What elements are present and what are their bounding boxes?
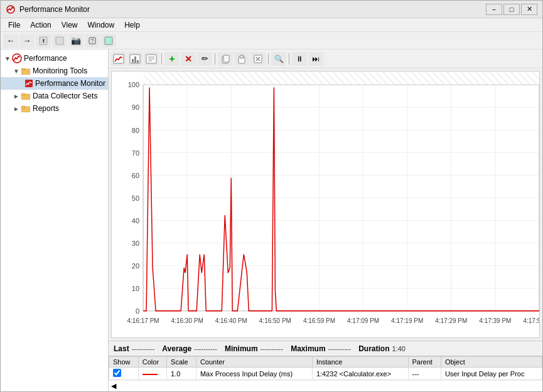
maximize-button[interactable]: □ <box>503 4 520 15</box>
menu-view[interactable]: View <box>56 19 83 31</box>
add-counter-button[interactable]: + <box>164 52 180 66</box>
svg-text:40: 40 <box>132 216 139 224</box>
svg-text:30: 30 <box>132 239 139 246</box>
stat-maximum: Maximum ---------- <box>291 344 351 353</box>
col-counter: Counter <box>196 357 312 368</box>
back-button[interactable]: ← <box>3 34 18 48</box>
dur-value: 1:40 <box>392 345 406 352</box>
svg-rect-32 <box>143 72 539 85</box>
view-report-button[interactable] <box>144 52 159 66</box>
toolbar2: + ✕ ✏ <box>109 50 542 68</box>
svg-text:4:17:39 PM: 4:17:39 PM <box>479 317 511 324</box>
max-label: Maximum <box>291 344 325 353</box>
main-window: Performance Monitor − □ ✕ File Action Vi… <box>0 0 543 392</box>
col-parent: Parent <box>408 357 441 368</box>
up-button[interactable]: ⬆ <box>36 34 51 48</box>
expand-monitoring-icon: ▼ <box>12 68 21 75</box>
edit-button[interactable]: ✏ <box>197 52 212 66</box>
menu-window[interactable]: Window <box>83 19 120 31</box>
clear-button[interactable] <box>250 52 266 66</box>
expand-dc-icon: ► <box>12 93 21 100</box>
cell-scale: 1.0 <box>167 368 196 380</box>
col-scale: Scale <box>167 357 196 368</box>
svg-text:?: ? <box>90 38 94 44</box>
svg-rect-12 <box>21 93 25 95</box>
folder-monitoring-icon <box>21 66 31 76</box>
svg-text:4:16:59 PM: 4:16:59 PM <box>303 317 335 324</box>
next-button[interactable]: ⏭ <box>308 52 323 66</box>
toolbar2-sep1 <box>161 53 162 65</box>
pause-button[interactable]: ⏸ <box>292 52 307 66</box>
svg-rect-27 <box>240 55 244 58</box>
folder-dc-icon <box>21 91 31 101</box>
settings-button[interactable] <box>101 34 116 48</box>
svg-text:4:16:40 PM: 4:16:40 PM <box>215 317 247 324</box>
tree-item-data-collector[interactable]: ► Data Collector Sets <box>1 90 108 102</box>
minimize-button[interactable]: − <box>486 4 502 15</box>
view-graph-button[interactable] <box>111 52 126 66</box>
svg-text:80: 80 <box>132 126 139 134</box>
folder-reports-icon <box>21 103 31 114</box>
copy-button[interactable] <box>218 52 233 66</box>
refresh-button[interactable]: ? <box>85 34 100 48</box>
title-bar: Performance Monitor − □ ✕ <box>1 1 542 18</box>
tree-item-performance-monitor[interactable]: Performance Monitor <box>1 77 108 90</box>
toolbar2-sep3 <box>268 53 269 65</box>
svg-rect-17 <box>132 59 134 63</box>
min-value: ---------- <box>261 345 284 352</box>
svg-text:60: 60 <box>132 171 139 179</box>
menu-help[interactable]: Help <box>119 19 145 31</box>
svg-text:4:16:17 PM: 4:16:17 PM <box>127 317 159 324</box>
menu-action[interactable]: Action <box>25 19 56 31</box>
window-controls: − □ ✕ <box>486 4 537 15</box>
toolbar1: ← → ⬆ 📷 ? <box>1 32 542 50</box>
counter-table-container: Show Color Scale Counter Instance Parent… <box>109 356 542 391</box>
svg-text:50: 50 <box>132 194 139 201</box>
show-checkbox[interactable] <box>113 369 121 377</box>
performance-chart: 100 90 80 70 60 50 40 30 20 10 0 <box>112 72 539 337</box>
tree-item-reports[interactable]: ► Reports <box>1 102 108 115</box>
forward-button[interactable]: → <box>19 34 35 48</box>
col-instance: Instance <box>312 357 408 368</box>
tree-label-monitoring: Monitoring Tools <box>33 66 87 75</box>
svg-text:100: 100 <box>128 81 139 88</box>
svg-text:4:17:55 PM: 4:17:55 PM <box>523 317 539 324</box>
svg-rect-9 <box>21 68 25 70</box>
svg-text:0: 0 <box>136 307 139 315</box>
right-panel: + ✕ ✏ <box>109 50 542 391</box>
col-show: Show <box>109 357 139 368</box>
tree-item-performance[interactable]: ▼ Performance <box>1 52 108 65</box>
delete-counter-button[interactable]: ✕ <box>181 52 196 66</box>
svg-text:10: 10 <box>132 285 139 292</box>
avg-value: ---------- <box>194 345 217 352</box>
paste-button[interactable] <box>234 52 249 66</box>
toolbar2-sep4 <box>289 53 289 65</box>
svg-rect-25 <box>223 55 229 62</box>
tree-item-monitoring-tools[interactable]: ▼ Monitoring Tools <box>1 65 108 77</box>
avg-label: Average <box>162 344 191 353</box>
show-hide-button[interactable] <box>52 34 67 48</box>
svg-text:70: 70 <box>132 149 139 156</box>
window-title: Performance Monitor <box>19 5 486 14</box>
chart-container: 100 90 80 70 60 50 40 30 20 10 0 <box>111 71 540 338</box>
menu-bar: File Action View Window Help <box>1 18 542 32</box>
toolbar2-sep2 <box>215 53 215 65</box>
stat-minimum: Minimum ---------- <box>225 344 283 353</box>
snap-button[interactable]: 📷 <box>68 34 83 48</box>
cell-color <box>138 368 166 380</box>
cell-show[interactable] <box>109 368 139 380</box>
svg-text:20: 20 <box>132 262 139 269</box>
scroll-left-btn[interactable]: ◀ <box>111 382 116 390</box>
table-row[interactable]: 1.0 Max Process Input Delay (ms) 1:4232 … <box>109 368 542 380</box>
svg-text:4:16:50 PM: 4:16:50 PM <box>259 317 291 324</box>
cell-object: User Input Delay per Proc <box>441 368 542 380</box>
expand-icon: ▼ <box>3 55 12 62</box>
view-histogram-button[interactable] <box>127 52 142 66</box>
close-button[interactable]: ✕ <box>521 4 537 15</box>
zoom-button[interactable]: 🔍 <box>271 52 286 66</box>
svg-text:⬆: ⬆ <box>41 38 46 44</box>
svg-text:90: 90 <box>132 103 139 111</box>
menu-file[interactable]: File <box>3 19 25 31</box>
col-color: Color <box>138 357 166 368</box>
dur-label: Duration <box>358 344 389 353</box>
